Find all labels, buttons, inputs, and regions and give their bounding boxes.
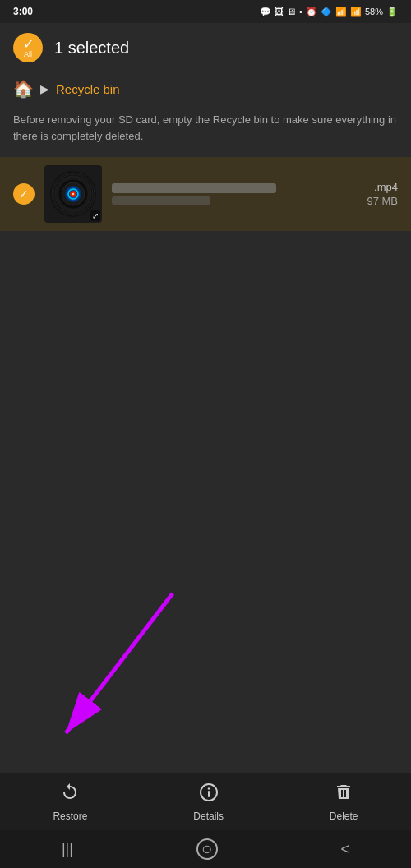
status-time: 3:00 xyxy=(13,6,33,17)
file-metadata: .mp4 97 MB xyxy=(367,181,398,207)
selection-header: ✓ All 1 selected xyxy=(0,23,411,72)
recent-apps-icon[interactable]: ||| xyxy=(62,841,73,858)
chevron-right-icon: ▶ xyxy=(40,82,49,95)
restore-button[interactable]: Restore xyxy=(36,776,104,829)
file-extension: .mp4 xyxy=(374,181,398,193)
restore-icon xyxy=(60,783,80,807)
alarm-icon: ⏰ xyxy=(306,7,317,17)
system-nav: ||| ○ < xyxy=(0,830,411,868)
file-name-blurred xyxy=(112,183,276,193)
home-icon[interactable]: ○ xyxy=(196,838,218,860)
select-all-button[interactable]: ✓ All xyxy=(13,33,43,62)
bluetooth-icon: 🔷 xyxy=(321,7,332,17)
svg-point-9 xyxy=(72,193,74,195)
status-bar: 3:00 💬 🖼 🖥 • ⏰ 🔷 📶 📶 58% 🔋 xyxy=(0,0,411,23)
details-label: Details xyxy=(193,810,224,822)
battery-icon: 🔋 xyxy=(386,7,398,17)
file-size: 97 MB xyxy=(367,195,398,207)
delete-button[interactable]: Delete xyxy=(313,776,375,829)
battery-text: 58% xyxy=(365,7,383,16)
item-checkmark-icon: ✓ xyxy=(19,187,29,201)
expand-icon: ⤢ xyxy=(90,210,100,221)
file-sub-blurred xyxy=(112,196,210,205)
dot-icon: • xyxy=(299,7,302,16)
svg-line-13 xyxy=(66,593,173,733)
checkmark-icon: ✓ xyxy=(23,38,34,51)
file-thumbnail: ⤢ xyxy=(44,165,102,223)
delete-icon xyxy=(334,783,353,807)
selection-count: 1 selected xyxy=(54,39,129,58)
status-icons: 💬 🖼 🖥 • ⏰ 🔷 📶 📶 58% 🔋 xyxy=(260,7,398,17)
home-folder-icon: 🏠 xyxy=(13,79,34,99)
file-item[interactable]: ✓ ⤢ .mp4 97 MB xyxy=(0,157,411,231)
back-icon[interactable]: < xyxy=(341,841,350,858)
restore-label: Restore xyxy=(53,810,87,822)
breadcrumb-label: Recycle bin xyxy=(56,82,120,96)
delete-label: Delete xyxy=(330,810,358,822)
signal-icon: 📶 xyxy=(350,7,362,17)
gallery-icon: 🖼 xyxy=(275,7,284,16)
item-checkbox[interactable]: ✓ xyxy=(13,183,35,205)
details-icon xyxy=(199,783,219,807)
file-name-area xyxy=(112,183,357,205)
svg-point-16 xyxy=(207,787,209,789)
arrow-pointer xyxy=(25,585,206,769)
whatsapp-icon: 💬 xyxy=(260,7,271,17)
info-text: Before removing your SD card, empty the … xyxy=(0,105,411,157)
details-button[interactable]: Details xyxy=(177,776,240,829)
wifi-icon: 📶 xyxy=(335,7,347,17)
action-bar: Restore Details Delete xyxy=(0,773,411,830)
screen-icon: 🖥 xyxy=(287,7,296,16)
breadcrumb[interactable]: 🏠 ▶ Recycle bin xyxy=(0,72,411,105)
